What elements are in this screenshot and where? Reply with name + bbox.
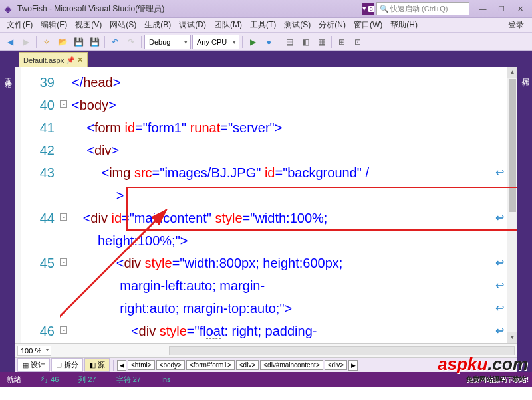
fold-toggle-icon[interactable]: - — [60, 213, 67, 221]
fold-toggle-icon[interactable]: - — [60, 258, 67, 266]
editor: 39 40- 41 42 43 44- 45- 46- </head> <bod… — [15, 67, 517, 372]
menu-view[interactable]: 视图(V) — [71, 18, 106, 32]
source-view-button[interactable]: ◧源 — [84, 358, 110, 372]
status-ready: 就绪 — [7, 375, 21, 385]
status-col: 列 27 — [78, 375, 96, 385]
close-button[interactable]: ✕ — [511, 2, 529, 15]
code-line[interactable]: <div id="maincontent" style="width:100%;… — [72, 207, 515, 252]
tag-navigator: ◀ <html> <body> <form#form1> <div> <div#… — [117, 360, 358, 371]
selection-margin — [15, 67, 21, 343]
code-line[interactable]: <body> — [72, 94, 515, 116]
tb-icon-2[interactable]: ◧ — [298, 35, 313, 49]
pin-icon[interactable]: 📌 — [66, 56, 74, 64]
titlebar: ◈ TwoFish - Microsoft Visual Studio(管理员)… — [0, 0, 532, 18]
toolbox-tab[interactable]: 工具箱 — [2, 70, 15, 369]
status-line: 行 46 — [41, 375, 59, 385]
line-number: 40- — [21, 94, 60, 116]
line-number: 39 — [21, 71, 60, 94]
code-line[interactable]: <div style="width:800px; height:600px; m… — [72, 252, 515, 320]
undo-button[interactable]: ↶ — [108, 35, 122, 49]
nav-back-button[interactable]: ◀ — [3, 35, 17, 49]
statusbar: 就绪 行 46 列 27 字符 27 Ins — [0, 372, 532, 387]
line-number: 46- — [21, 320, 60, 343]
new-project-button[interactable]: ✧ — [39, 35, 54, 49]
line-number: 44- — [21, 207, 60, 252]
tab-label: Default.aspx — [23, 56, 64, 64]
code-line[interactable]: </head> — [72, 71, 515, 94]
sign-in-link[interactable]: 登录 — [503, 18, 529, 32]
save-all-button[interactable]: 💾 — [87, 35, 102, 49]
menu-test[interactable]: 测试(S) — [280, 18, 315, 32]
minimize-button[interactable]: — — [473, 2, 492, 15]
word-wrap-icon: ↩ — [495, 297, 504, 320]
platform-dropdown[interactable]: Any CPU — [192, 35, 239, 49]
properties-tab[interactable]: 属性 — [519, 70, 532, 369]
window-title: TwoFish - Microsoft Visual Studio(管理员) — [17, 3, 164, 15]
browser-dropdown[interactable]: ● — [261, 35, 276, 49]
save-button[interactable]: 💾 — [71, 35, 86, 49]
menu-build[interactable]: 生成(B) — [140, 18, 175, 32]
tb-icon-3[interactable]: ▦ — [314, 35, 329, 49]
quick-launch-placeholder: 快速启动 (Ctrl+Q) — [390, 4, 448, 14]
line-number-gutter: 39 40- 41 42 43 44- 45- 46- — [21, 67, 60, 343]
vertical-scrollbar[interactable]: ▲ ▼ — [507, 67, 517, 343]
horizontal-scrollbar[interactable] — [169, 346, 515, 355]
menu-tools[interactable]: 工具(T) — [246, 18, 280, 32]
fold-toggle-icon[interactable]: - — [60, 326, 67, 334]
breadcrumb-item[interactable]: <div#maincontent> — [260, 360, 323, 370]
breadcrumb-item[interactable]: <html> — [128, 360, 155, 370]
scroll-down-icon[interactable]: ▼ — [507, 332, 517, 343]
code-area[interactable]: 39 40- 41 42 43 44- 45- 46- </head> <bod… — [15, 67, 517, 343]
word-wrap-icon: ↩ — [495, 161, 504, 184]
line-number: 43 — [21, 161, 60, 207]
nav-forward-button[interactable]: ▶ — [19, 35, 33, 49]
scroll-up-icon[interactable]: ▲ — [507, 67, 517, 78]
toolbar: ◀ ▶ ✧ 📂 💾 💾 ↶ ↷ Debug Any CPU ▶ ● ▤ ◧ ▦ … — [0, 33, 532, 51]
tb-icon-1[interactable]: ▤ — [282, 35, 297, 49]
menu-file[interactable]: 文件(F) — [3, 18, 37, 32]
code-line[interactable]: <div style="float: right; padding- top: … — [72, 320, 515, 343]
tb-icon-4[interactable]: ⊞ — [334, 35, 349, 49]
start-debug-button[interactable]: ▶ — [245, 35, 260, 49]
fold-toggle-icon[interactable]: - — [60, 100, 67, 108]
split-view-button[interactable]: ⊟拆分 — [51, 358, 83, 372]
maximize-button[interactable]: ☐ — [492, 2, 511, 15]
code-body[interactable]: </head> <body> <form id="form1" runat="s… — [60, 67, 517, 343]
breadcrumb-item[interactable]: <div> — [236, 360, 259, 370]
notification-flag-icon[interactable]: ▼3 — [362, 3, 374, 15]
config-dropdown[interactable]: Debug — [144, 35, 191, 49]
menu-debug[interactable]: 调试(D) — [175, 18, 210, 32]
tab-close-icon[interactable]: ✕ — [77, 56, 83, 64]
menu-team[interactable]: 团队(M) — [210, 18, 246, 32]
menu-site[interactable]: 网站(S) — [106, 18, 140, 32]
redo-button[interactable]: ↷ — [124, 35, 138, 49]
code-line[interactable]: <form id="form1" runat="server"> — [72, 116, 515, 139]
breadcrumb-next-icon[interactable]: ▶ — [348, 360, 358, 371]
zoom-bar: 100 % — [15, 343, 517, 357]
open-file-button[interactable]: 📂 — [55, 35, 70, 49]
document-tab-well: Default.aspx 📌 ✕ — [0, 51, 532, 67]
status-ins: Ins — [161, 375, 171, 383]
menu-help[interactable]: 帮助(H) — [386, 18, 422, 32]
breadcrumb-item[interactable]: <div> — [325, 360, 347, 370]
menu-window[interactable]: 窗口(W) — [350, 18, 386, 32]
left-sidebar-toolbox[interactable]: 工具箱 — [0, 67, 15, 372]
status-char: 字符 27 — [116, 375, 141, 385]
design-view-bar: ▦设计 ⊟拆分 ◧源 ◀ <html> <body> <form#form1> … — [15, 357, 517, 372]
document-tab[interactable]: Default.aspx 📌 ✕ — [19, 52, 88, 67]
breadcrumb-prev-icon[interactable]: ◀ — [117, 360, 126, 371]
scrollbar-thumb[interactable] — [509, 79, 516, 212]
design-view-button[interactable]: ▦设计 — [17, 358, 50, 372]
menu-analyze[interactable]: 分析(N) — [315, 18, 350, 32]
zoom-dropdown[interactable]: 100 % — [17, 346, 51, 356]
code-line[interactable]: <img src="images/BJ.JPG" id="background"… — [72, 161, 515, 207]
breadcrumb-item[interactable]: <body> — [156, 360, 185, 370]
quick-launch-input[interactable]: 🔍 快速启动 (Ctrl+Q) — [376, 2, 469, 15]
menu-edit[interactable]: 编辑(E) — [37, 18, 71, 32]
tb-icon-5[interactable]: ⊡ — [350, 35, 365, 49]
code-line[interactable]: <div> — [72, 139, 515, 161]
search-icon: 🔍 — [380, 5, 389, 13]
menubar: 文件(F) 编辑(E) 视图(V) 网站(S) 生成(B) 调试(D) 团队(M… — [0, 18, 532, 33]
breadcrumb-item[interactable]: <form#form1> — [186, 360, 235, 370]
word-wrap-icon: ↩ — [495, 207, 504, 229]
